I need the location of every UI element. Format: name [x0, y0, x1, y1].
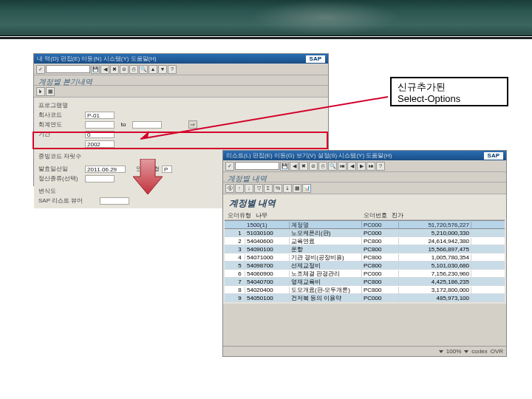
command-field[interactable]: [46, 65, 90, 73]
cell-cost: PC000: [362, 295, 399, 301]
status-server: OVR: [491, 348, 503, 355]
sub-val-2: 진가: [392, 211, 415, 219]
print-icon[interactable]: ⎙: [129, 65, 138, 74]
input-fiyear-from[interactable]: [85, 121, 115, 129]
col-account[interactable]: 1500(1): [245, 222, 290, 228]
cell-cost: PC000: [362, 230, 399, 236]
table-row[interactable]: 151030100노모케폰리(판)PC0005,210,000,330: [225, 229, 505, 237]
standard-toolbar: ✓ 💾 ◀ ✖ ⊘ ⎙ 🔍 ⏮ ◀ ▶ ⏭ ?: [223, 160, 506, 172]
back-icon[interactable]: ◀: [100, 65, 109, 74]
col-amount[interactable]: 51,720,576,227: [399, 222, 471, 228]
input-cocode[interactable]: P-01: [85, 112, 115, 119]
cell-idx: 5: [235, 262, 245, 269]
status-client: codex: [471, 348, 487, 355]
cell-idx: 9: [235, 295, 245, 301]
help-icon[interactable]: ?: [376, 162, 385, 171]
standard-toolbar: ✓ 💾 ◀ ✖ ⊘ ⎙ 🔍 ▲ ▼ ?: [34, 64, 328, 75]
input-account[interactable]: [85, 175, 115, 183]
command-field[interactable]: [235, 162, 279, 170]
screen-title-row: 계정별 본기내역: [34, 75, 328, 86]
first-page-icon[interactable]: ⏮: [338, 162, 347, 171]
cell-amount: 15,566,897,475: [399, 246, 471, 253]
cell-cost: PC800: [362, 246, 399, 253]
cell-idx: 1: [235, 230, 245, 236]
input-midval[interactable]: P: [162, 166, 172, 173]
table-row[interactable]: 954050100건저복 등의 이용약PC000485,973,100: [225, 294, 505, 302]
menu-bar[interactable]: 리스트(L) 편집(E) 이동(G) 보기(V) 설정(S) 시스템(Y) 도움…: [226, 151, 392, 160]
annotation-line1: 신규추가된: [398, 81, 501, 93]
sub-label-1: 오더유형: [225, 211, 256, 219]
slide-banner: [0, 0, 532, 35]
grid-header: 1500(1) 계정명 PC000 51,720,576,227: [225, 220, 505, 229]
table-row[interactable]: 854020400도모개료(판-모두개론)PC8003,172,800,000: [225, 286, 505, 294]
check-icon[interactable]: ✓: [225, 162, 234, 171]
cell-account: 54040600: [245, 238, 290, 245]
find-icon[interactable]: 🔍: [328, 162, 337, 171]
layout-icon[interactable]: ▦: [293, 184, 301, 193]
next-page-icon[interactable]: ▶: [357, 162, 366, 171]
cell-idx: 6: [235, 270, 245, 277]
last-page-icon[interactable]: ⏭: [366, 162, 375, 171]
graphic-icon[interactable]: 📊: [302, 184, 311, 193]
label-variant: 변식도: [38, 187, 83, 195]
app-toolbar: ⏵ ▦: [34, 86, 328, 98]
title-bar: 내 역(D) 편집(E) 이동(N) 시스템(Y) 도움말(H) SAP: [34, 54, 328, 64]
exit-icon[interactable]: ✖: [110, 65, 119, 74]
input-keydate[interactable]: 2011.06.29: [85, 166, 126, 173]
variant-icon[interactable]: ▦: [46, 87, 55, 96]
screen-title: 계정별 내역: [228, 174, 267, 183]
sort-asc-icon[interactable]: ↑: [235, 184, 244, 193]
cell-amount: 4,425,186,235: [399, 279, 471, 285]
screen-title: 계정별 본기내역: [38, 78, 92, 86]
table-row[interactable]: 754040700영재교육비PC8004,425,186,235: [225, 278, 505, 286]
label-keydate: 발효일선일: [38, 165, 83, 173]
col-cost[interactable]: PC000: [362, 222, 399, 228]
table-row[interactable]: 654060900노조체결 판경관리PC0007,156,230,960: [225, 270, 505, 278]
cell-text: 영재교육비: [290, 278, 362, 286]
page-up-icon[interactable]: ▲: [149, 65, 157, 74]
help-icon[interactable]: ?: [168, 65, 177, 74]
sub-label-2: 오더번호: [361, 211, 392, 219]
cell-account: 54040700: [245, 279, 290, 285]
divider: [0, 37, 532, 39]
table-row[interactable]: 354090100운항PC80015,566,897,475: [225, 245, 505, 253]
sort-desc-icon[interactable]: ↓: [245, 184, 253, 193]
table-row[interactable]: 554098700선제교정비PC8005,101,030,680: [225, 262, 505, 270]
col-text[interactable]: 계정명: [290, 221, 362, 229]
find-icon[interactable]: 🔍: [139, 65, 148, 74]
export-icon[interactable]: ⤓: [283, 184, 292, 193]
detail-icon[interactable]: 🛈: [225, 184, 234, 193]
subtotal-icon[interactable]: %: [273, 184, 282, 193]
multiple-selection-icon[interactable]: ⇨: [188, 120, 197, 129]
input-saplist[interactable]: [100, 197, 129, 205]
cell-text: 노모케폰리(판): [290, 229, 362, 237]
prev-page-icon[interactable]: ◀: [347, 162, 356, 171]
alv-grid-area: 계정별 내역 오더유형 나무 오더번호 진가 1500(1) 계정명 PC000…: [223, 194, 506, 304]
save-icon[interactable]: 💾: [91, 65, 100, 74]
sum-icon[interactable]: Σ: [264, 184, 273, 193]
execute-icon[interactable]: ⏵: [36, 87, 45, 96]
save-icon[interactable]: 💾: [280, 162, 289, 171]
label-account: 정산종류(선택): [38, 174, 83, 183]
print-icon[interactable]: ⎙: [318, 162, 327, 171]
cell-account: 54050100: [245, 295, 290, 301]
cancel-icon[interactable]: ⊘: [120, 65, 129, 74]
input-fiyear-to[interactable]: [132, 121, 162, 129]
cell-cost: PC800: [362, 279, 399, 285]
exit-icon[interactable]: ✖: [299, 162, 308, 171]
sub-val-1: 나무: [256, 211, 279, 219]
table-row[interactable]: 254040600교육연료PC80024,614,942,380: [225, 237, 505, 245]
page-down-icon[interactable]: ▼: [158, 65, 167, 74]
cell-text: 노조체결 판경관리: [290, 270, 362, 278]
filter-icon[interactable]: ▽: [254, 184, 263, 193]
cell-cost: PC800: [362, 238, 399, 245]
menu-bar[interactable]: 내 역(D) 편집(E) 이동(N) 시스템(Y) 도움말(H): [37, 55, 157, 63]
screen-title-row: 계정별 내역: [223, 172, 506, 183]
back-icon[interactable]: ◀: [290, 162, 299, 171]
cell-idx: 4: [235, 254, 245, 261]
check-icon[interactable]: ✓: [36, 65, 45, 74]
cell-idx: 7: [235, 279, 245, 285]
table-row[interactable]: 454071000기관 경비(공장비용)PC8001,005,780,354: [225, 253, 505, 262]
cell-account: 54020400: [245, 287, 290, 293]
cancel-icon[interactable]: ⊘: [309, 162, 318, 171]
